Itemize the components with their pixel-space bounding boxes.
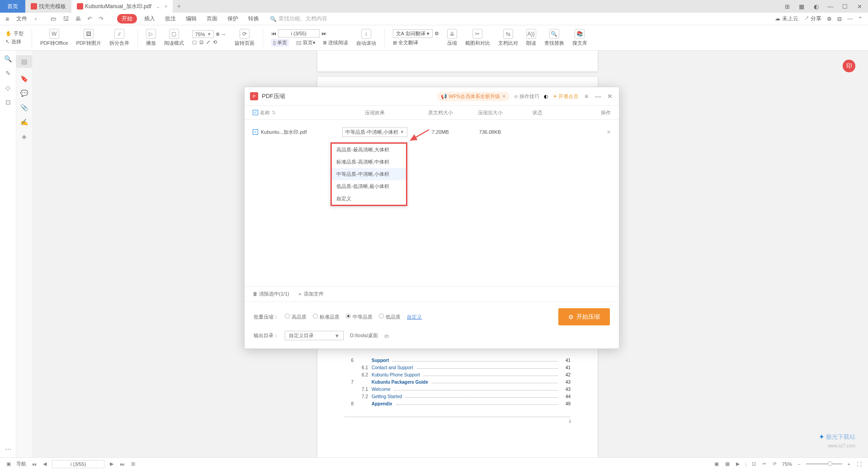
- promo-close-icon[interactable]: ✕: [502, 94, 506, 99]
- prev-page-button[interactable]: ◀: [42, 461, 47, 467]
- more-icon[interactable]: ⋯: [847, 16, 853, 22]
- option-custom[interactable]: 自定义: [332, 193, 406, 205]
- tab-document[interactable]: KubuntuManual_加水印.pdf ⌄ ×: [71, 0, 173, 13]
- watermark-badge-icon[interactable]: 印: [843, 60, 855, 72]
- add-file-button[interactable]: ＋ 添加文件: [297, 291, 324, 297]
- auto-scroll-button[interactable]: ↕自动滚动: [356, 29, 376, 47]
- doc-library-button[interactable]: 📚搜文库: [572, 29, 587, 47]
- bookmarks-icon[interactable]: 🔖: [20, 75, 28, 82]
- menu-edit[interactable]: 编辑: [183, 15, 199, 23]
- menu-protect[interactable]: 保护: [225, 15, 241, 23]
- file-checkbox[interactable]: ✓: [253, 129, 258, 135]
- radio-medium[interactable]: 中等品质: [346, 314, 373, 320]
- next-page-button[interactable]: ▶: [109, 461, 114, 467]
- zoom-slider[interactable]: [806, 463, 842, 465]
- file-menu[interactable]: 文件: [14, 15, 30, 23]
- zoom-width-icon[interactable]: ↔: [222, 32, 226, 37]
- rotate-left-icon[interactable]: ⟲: [213, 39, 217, 45]
- share-button[interactable]: ↗ 分享: [804, 15, 821, 23]
- page-input[interactable]: i (3/55): [52, 460, 104, 468]
- radio-standard[interactable]: 标准品质: [313, 314, 340, 320]
- word-translate-button[interactable]: 文A 划词翻译 ▾: [393, 29, 433, 38]
- read-mode-button[interactable]: ▢阅读模式: [164, 29, 184, 47]
- bookmark-toggle-icon[interactable]: ⊞: [130, 461, 136, 467]
- view-mode-icon[interactable]: ▣: [713, 461, 720, 467]
- option-medium[interactable]: 中等品质-中清晰,小体积: [332, 168, 406, 180]
- tips-link[interactable]: ⊙ 操作技巧: [514, 93, 539, 100]
- option-low[interactable]: 低品质-低清晰,最小体积: [332, 180, 406, 193]
- actual-size-icon[interactable]: ⤢: [206, 39, 210, 45]
- assistant-icon[interactable]: ◐: [544, 94, 548, 99]
- translate-settings-icon[interactable]: ⚙: [434, 31, 439, 37]
- single-page-button[interactable]: ▯ 单页: [271, 39, 289, 47]
- apps-icon[interactable]: ▦: [797, 3, 806, 10]
- first-page-icon[interactable]: ⏮: [271, 31, 276, 36]
- full-translate-button[interactable]: ⊞ 全文翻译: [393, 39, 418, 46]
- thumbnails-icon[interactable]: ▤: [16, 55, 32, 68]
- text-compare-button[interactable]: ⇆文档比对: [498, 29, 518, 47]
- last-page-button[interactable]: ⏭: [119, 461, 126, 467]
- maximize-button[interactable]: ☐: [841, 3, 849, 10]
- select-tool-icon[interactable]: ↖: [5, 39, 9, 45]
- feedback-icon[interactable]: ⊟: [837, 16, 842, 22]
- radio-low[interactable]: 低品质: [379, 314, 401, 320]
- rotate-status-icon[interactable]: ⟳: [772, 461, 778, 467]
- dialog-menu-icon[interactable]: ≡: [583, 93, 590, 100]
- undo-icon[interactable]: ↶: [86, 15, 93, 22]
- zoom-combo[interactable]: 75%▾: [192, 30, 214, 38]
- stamp-icon[interactable]: ⊡: [5, 99, 11, 106]
- quality-combo[interactable]: 中等品质-中清晰,小体积▼: [342, 127, 407, 137]
- clear-selected-button[interactable]: 🗑 清除选中(1/1): [253, 291, 289, 297]
- hand-tool-icon[interactable]: ✋: [5, 31, 12, 37]
- shapes-icon[interactable]: ◇: [5, 84, 10, 91]
- open-member-link[interactable]: ✦ 开通会员: [553, 93, 578, 100]
- edit-icon[interactable]: ✎: [5, 70, 11, 77]
- option-high[interactable]: 高品质-最高清晰,大体积: [332, 144, 406, 156]
- continuous-button[interactable]: ≣ 连续阅读: [323, 39, 348, 46]
- zoom-in-button[interactable]: +: [847, 461, 851, 467]
- attachments-icon[interactable]: 📎: [20, 104, 28, 111]
- comments-icon[interactable]: 💬: [20, 89, 28, 97]
- layers-icon[interactable]: ◈: [22, 133, 27, 140]
- page-indicator[interactable]: i (3/55): [278, 29, 320, 38]
- minimize-button[interactable]: —: [826, 3, 835, 10]
- remove-file-button[interactable]: ✕: [560, 129, 611, 135]
- promo-banner[interactable]: 📢 WPS会员体系全新升级 ✕: [437, 92, 509, 101]
- dialog-minimize-button[interactable]: —: [594, 93, 602, 100]
- menu-insert[interactable]: 插入: [142, 15, 158, 23]
- zoom-out-button[interactable]: −: [797, 461, 801, 467]
- pdf-to-office-button[interactable]: WPDF转Office: [40, 29, 68, 47]
- nav-panel-icon[interactable]: ▣: [5, 461, 12, 467]
- fit-page-icon[interactable]: ▢: [192, 39, 197, 45]
- pdf-to-image-button[interactable]: 🖼PDF转图片: [76, 29, 101, 47]
- double-page-button[interactable]: ▯▯ 双页▾: [296, 39, 316, 46]
- save-icon[interactable]: 🖫: [62, 15, 70, 22]
- tab-close-button[interactable]: ×: [165, 4, 167, 9]
- crop-status-icon[interactable]: ✂: [761, 461, 767, 467]
- compress-button[interactable]: ⇊压缩: [447, 29, 457, 47]
- find-replace-button[interactable]: 🔍查找替换: [544, 29, 564, 47]
- split-merge-button[interactable]: ⫽拆分合并: [109, 29, 129, 47]
- output-dir-combo[interactable]: 自定义目录▼: [285, 331, 344, 340]
- open-icon[interactable]: 🗁: [50, 15, 57, 22]
- menu-page[interactable]: 页面: [204, 15, 220, 23]
- play-status-icon[interactable]: ▶: [735, 461, 741, 467]
- col-name[interactable]: 名称: [260, 109, 270, 116]
- close-window-button[interactable]: ✕: [855, 3, 863, 10]
- custom-link[interactable]: 自定义: [407, 314, 422, 320]
- avatar-icon[interactable]: ◐: [812, 3, 820, 10]
- redo-icon[interactable]: ↷: [98, 15, 104, 22]
- search-box[interactable]: 🔍 查找功能、文档内容: [270, 15, 327, 23]
- collapse-ribbon-icon[interactable]: ⌃: [858, 16, 863, 22]
- tab-dropdown-icon[interactable]: ⌄: [156, 4, 160, 9]
- browse-folder-icon[interactable]: 🗁: [384, 333, 389, 338]
- last-page-icon[interactable]: ⏭: [321, 31, 326, 36]
- tab-home[interactable]: 首页: [0, 0, 25, 13]
- option-standard[interactable]: 标准品质-高清晰,中体积: [332, 156, 406, 168]
- settings-icon[interactable]: ⚙: [827, 16, 832, 22]
- start-compress-button[interactable]: ⚙开始压缩: [558, 308, 610, 325]
- new-tab-button[interactable]: ＋: [173, 2, 185, 10]
- fullscreen-icon[interactable]: ⛶: [856, 461, 863, 467]
- cloud-status[interactable]: ☁ 未上云: [775, 15, 798, 23]
- dialog-close-button[interactable]: ✕: [606, 93, 613, 100]
